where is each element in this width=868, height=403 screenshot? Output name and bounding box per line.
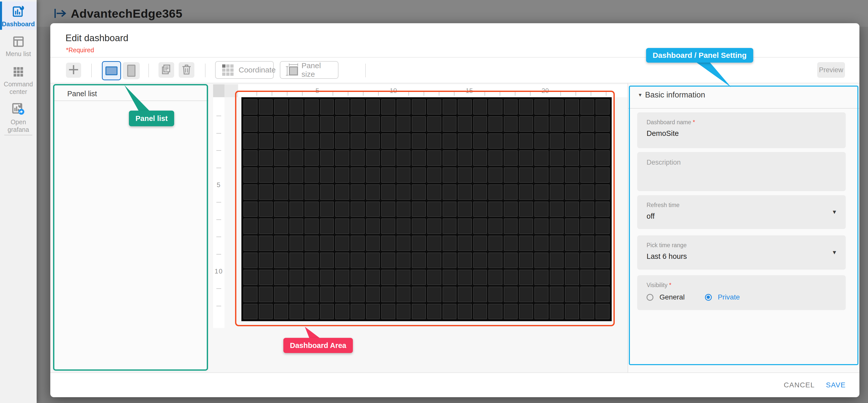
copy-panel-button[interactable] xyxy=(158,62,174,78)
sidebar: Dashboard Menu list xyxy=(0,0,37,403)
delete-panel-button[interactable] xyxy=(179,62,194,78)
panel-size-label: Panel size xyxy=(302,61,331,78)
panel-setting-badge: Dashboard / Panel Setting xyxy=(646,48,753,63)
required-note: *Required xyxy=(66,46,94,54)
sidebar-item-label: Menu list xyxy=(0,50,37,58)
dashboard-icon xyxy=(13,5,24,18)
panel-size-icon xyxy=(287,64,297,75)
open-grafana-icon xyxy=(12,103,25,116)
mobile-layout-icon xyxy=(127,65,135,77)
toolbar-separator xyxy=(148,64,149,77)
coordinate-button[interactable]: Coordinate xyxy=(215,61,274,79)
toolbar-separator xyxy=(205,64,206,77)
dashboard-area-annotation-box xyxy=(235,91,615,326)
active-indicator xyxy=(0,1,2,30)
sidebar-item-label: Command center xyxy=(0,80,37,96)
desktop-layout-toggle[interactable] xyxy=(102,61,121,80)
vertical-ruler: 510 xyxy=(213,97,224,328)
copy-icon xyxy=(161,64,172,76)
panel-setting-annotation-box xyxy=(629,86,858,365)
mobile-layout-toggle[interactable] xyxy=(123,62,140,79)
sidebar-item-command-center[interactable]: Command center xyxy=(0,63,37,93)
command-center-icon xyxy=(13,67,24,78)
plus-icon xyxy=(68,65,79,76)
sidebar-item-open-grafana[interactable]: Open grafana xyxy=(0,99,37,131)
dialog-title: Edit dashboard xyxy=(65,33,128,43)
sidebar-item-menu-list[interactable]: Menu list xyxy=(0,32,37,58)
menu-list-icon xyxy=(13,36,24,48)
coordinate-icon xyxy=(222,64,234,76)
desktop-layout-icon xyxy=(105,66,118,75)
toolbar-separator xyxy=(91,64,92,77)
panel-list-annotation-box xyxy=(53,84,208,371)
sidebar-item-dashboard[interactable]: Dashboard xyxy=(0,1,37,30)
ruler-corner xyxy=(213,84,224,97)
add-panel-button[interactable] xyxy=(66,63,81,78)
toolbar-separator xyxy=(365,64,366,77)
panel-size-button[interactable]: Panel size xyxy=(280,61,338,79)
screen: AdvantechEdge365 Dashboard xyxy=(0,0,868,403)
preview-label: Preview xyxy=(819,66,843,74)
sidebar-item-label: Open grafana xyxy=(0,118,37,133)
sidebar-item-label: Dashboard xyxy=(0,20,37,28)
dialog-footer: CANCEL SAVE xyxy=(50,373,859,397)
preview-button[interactable]: Preview xyxy=(817,62,845,78)
panel-list-badge: Panel list xyxy=(129,110,174,126)
coordinate-label: Coordinate xyxy=(239,66,276,74)
dashboard-area-badge: Dashboard Area xyxy=(283,338,353,353)
trash-icon xyxy=(181,64,192,76)
sidebar-divider xyxy=(4,135,32,135)
save-button[interactable]: SAVE xyxy=(826,381,846,389)
cancel-button[interactable]: CANCEL xyxy=(784,381,815,389)
